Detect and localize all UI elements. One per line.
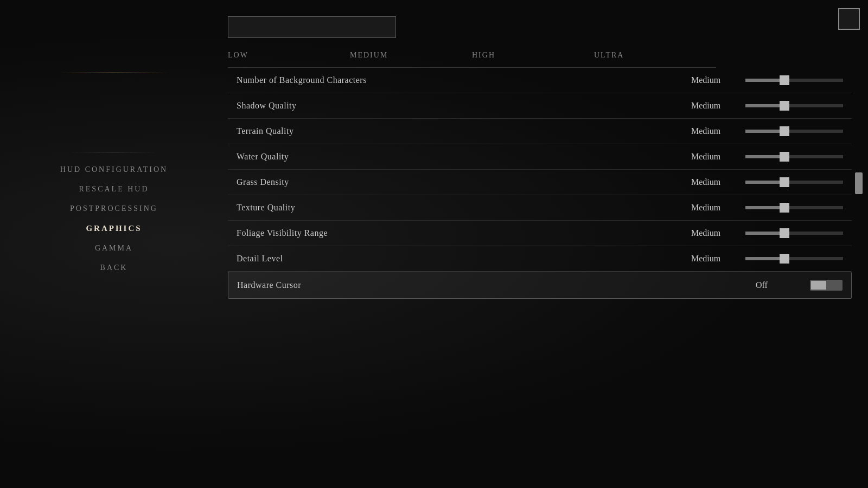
settings-list: Number of Background CharactersMediumSha… xyxy=(228,68,852,299)
setting-row[interactable]: Foliage Visibility RangeMedium xyxy=(228,221,852,246)
scrollbar-indicator[interactable] xyxy=(855,172,863,194)
slider-thumb[interactable] xyxy=(780,152,789,162)
setting-value: Medium xyxy=(691,75,745,85)
main-content: LOW MEDIUM HIGH ULTRA Number of Backgrou… xyxy=(228,16,852,299)
setting-row[interactable]: Number of Background CharactersMedium xyxy=(228,68,852,93)
setting-name: Texture Quality xyxy=(237,203,691,213)
slider-track[interactable] xyxy=(745,206,843,209)
setting-value: Medium xyxy=(691,101,745,111)
slider-thumb[interactable] xyxy=(780,101,789,111)
slider-fill xyxy=(745,155,784,158)
slider-thumb[interactable] xyxy=(780,75,789,85)
slider-track[interactable] xyxy=(745,257,843,260)
sidebar: HUD CONFIGURATION RESCALE HUD POSTPROCES… xyxy=(0,0,228,488)
slider-fill xyxy=(745,79,784,82)
slider-fill xyxy=(745,130,784,133)
slider-thumb[interactable] xyxy=(780,228,789,238)
slider-track[interactable] xyxy=(745,155,843,158)
slider-fill xyxy=(745,104,784,107)
setting-row[interactable]: Terrain QualityMedium xyxy=(228,119,852,144)
nav-menu: HUD CONFIGURATION RESCALE HUD POSTPROCES… xyxy=(0,163,228,274)
graphics-preset-input[interactable] xyxy=(228,16,396,38)
setting-row[interactable]: Hardware CursorOff xyxy=(228,272,852,299)
slider-fill xyxy=(745,181,784,184)
slider-fill xyxy=(745,257,784,260)
setting-value: Medium xyxy=(691,203,745,213)
setting-value: Medium xyxy=(691,126,745,136)
slider-thumb[interactable] xyxy=(780,126,789,136)
nav-item-graphics[interactable]: GRAPHICS xyxy=(75,222,152,235)
setting-name: Grass Density xyxy=(237,177,691,187)
game-logo xyxy=(27,16,201,125)
slider-track[interactable] xyxy=(745,181,843,184)
setting-name: Terrain Quality xyxy=(237,126,691,136)
preset-level-low[interactable]: LOW xyxy=(228,48,350,63)
setting-name: Foliage Visibility Range xyxy=(237,228,691,238)
nav-item-back[interactable]: BACK xyxy=(90,261,139,274)
setting-name: Water Quality xyxy=(237,152,691,162)
nav-item-rescale-hud[interactable]: RESCALE HUD xyxy=(68,183,159,196)
setting-value: Medium xyxy=(691,254,745,264)
nav-item-postprocessing[interactable]: POSTPROCESSING xyxy=(59,202,169,215)
nav-item-hud-config[interactable]: HUD CONFIGURATION xyxy=(49,163,178,176)
preset-container xyxy=(228,16,852,38)
setting-value: Medium xyxy=(691,228,745,238)
setting-row[interactable]: Detail LevelMedium xyxy=(228,246,852,272)
setting-value: Medium xyxy=(691,177,745,187)
setting-value: Off xyxy=(756,280,810,290)
nav-item-gamma[interactable]: GAMMA xyxy=(84,242,144,255)
toggle-thumb xyxy=(811,281,826,290)
nav-divider xyxy=(71,152,157,152)
slider-thumb[interactable] xyxy=(780,203,789,213)
setting-row[interactable]: Water QualityMedium xyxy=(228,144,852,170)
setting-row[interactable]: Texture QualityMedium xyxy=(228,195,852,221)
setting-name: Hardware Cursor xyxy=(237,280,756,290)
preset-levels: LOW MEDIUM HIGH ULTRA xyxy=(228,43,716,68)
setting-row[interactable]: Grass DensityMedium xyxy=(228,170,852,195)
slider-thumb[interactable] xyxy=(780,254,789,264)
logo-divider xyxy=(60,73,168,73)
slider-fill xyxy=(745,206,784,209)
setting-name: Number of Background Characters xyxy=(237,75,691,85)
slider-track[interactable] xyxy=(745,104,843,107)
setting-name: Detail Level xyxy=(237,254,691,264)
preset-level-ultra[interactable]: ULTRA xyxy=(594,48,716,63)
slider-fill xyxy=(745,232,784,235)
setting-row[interactable]: Shadow QualityMedium xyxy=(228,93,852,119)
slider-track[interactable] xyxy=(745,232,843,235)
slider-thumb[interactable] xyxy=(780,177,789,187)
setting-name: Shadow Quality xyxy=(237,101,691,111)
slider-track[interactable] xyxy=(745,79,843,82)
toggle-control[interactable] xyxy=(810,280,843,291)
preset-level-high[interactable]: HIGH xyxy=(472,48,594,63)
preset-level-medium[interactable]: MEDIUM xyxy=(350,48,472,63)
setting-value: Medium xyxy=(691,152,745,162)
close-button[interactable] xyxy=(838,8,860,30)
slider-track[interactable] xyxy=(745,130,843,133)
